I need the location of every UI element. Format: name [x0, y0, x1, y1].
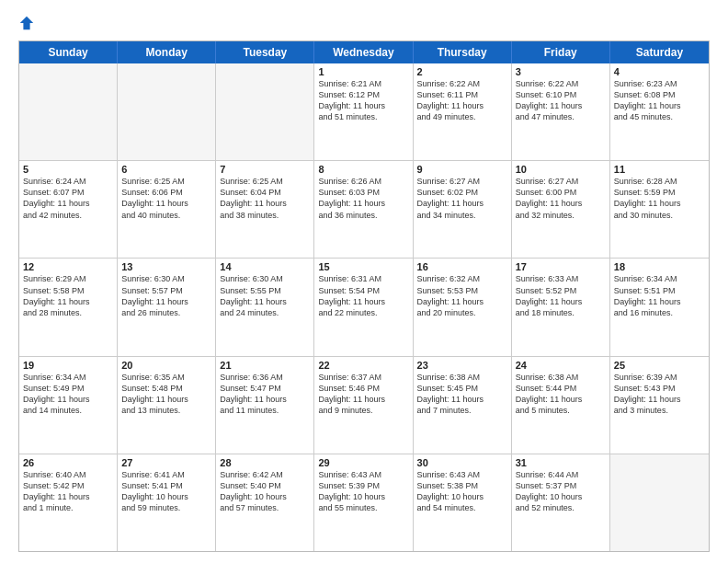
calendar-cell: 18Sunrise: 6:34 AM Sunset: 5:51 PM Dayli…	[610, 259, 709, 355]
cell-daylight-info: Sunrise: 6:43 AM Sunset: 5:39 PM Dayligh…	[318, 469, 408, 514]
day-number: 28	[220, 457, 310, 468]
calendar-cell: 7Sunrise: 6:25 AM Sunset: 6:04 PM Daylig…	[216, 161, 314, 258]
cell-daylight-info: Sunrise: 6:27 AM Sunset: 6:02 PM Dayligh…	[417, 176, 507, 221]
calendar-cell: 4Sunrise: 6:23 AM Sunset: 6:08 PM Daylig…	[610, 63, 709, 160]
calendar-cell	[118, 63, 216, 160]
day-number: 23	[417, 360, 507, 371]
cell-daylight-info: Sunrise: 6:40 AM Sunset: 5:42 PM Dayligh…	[23, 469, 113, 514]
calendar-cell: 13Sunrise: 6:30 AM Sunset: 5:57 PM Dayli…	[118, 259, 216, 355]
cell-daylight-info: Sunrise: 6:22 AM Sunset: 6:11 PM Dayligh…	[417, 78, 507, 123]
header-day-sunday: Sunday	[19, 41, 118, 63]
calendar-cell: 15Sunrise: 6:31 AM Sunset: 5:54 PM Dayli…	[314, 259, 413, 355]
calendar-row-2: 12Sunrise: 6:29 AM Sunset: 5:58 PM Dayli…	[19, 258, 709, 355]
calendar-cell: 29Sunrise: 6:43 AM Sunset: 5:39 PM Dayli…	[314, 454, 413, 551]
day-number: 29	[318, 457, 408, 468]
header-day-friday: Friday	[512, 41, 610, 63]
calendar-cell: 5Sunrise: 6:24 AM Sunset: 6:07 PM Daylig…	[19, 161, 118, 258]
calendar: SundayMondayTuesdayWednesdayThursdayFrid…	[18, 40, 710, 552]
cell-daylight-info: Sunrise: 6:36 AM Sunset: 5:47 PM Dayligh…	[220, 372, 310, 417]
day-number: 21	[220, 360, 310, 371]
calendar-cell: 31Sunrise: 6:44 AM Sunset: 5:37 PM Dayli…	[512, 454, 610, 551]
calendar-cell: 11Sunrise: 6:28 AM Sunset: 5:59 PM Dayli…	[610, 161, 709, 258]
calendar-cell: 24Sunrise: 6:38 AM Sunset: 5:44 PM Dayli…	[512, 357, 610, 454]
calendar-cell: 9Sunrise: 6:27 AM Sunset: 6:02 PM Daylig…	[414, 161, 512, 258]
cell-daylight-info: Sunrise: 6:27 AM Sunset: 6:00 PM Dayligh…	[516, 176, 606, 221]
cell-daylight-info: Sunrise: 6:34 AM Sunset: 5:49 PM Dayligh…	[23, 372, 113, 417]
cell-daylight-info: Sunrise: 6:42 AM Sunset: 5:40 PM Dayligh…	[220, 469, 310, 514]
cell-daylight-info: Sunrise: 6:29 AM Sunset: 5:58 PM Dayligh…	[23, 273, 113, 318]
calendar-row-4: 26Sunrise: 6:40 AM Sunset: 5:42 PM Dayli…	[19, 454, 709, 551]
cell-daylight-info: Sunrise: 6:43 AM Sunset: 5:38 PM Dayligh…	[417, 469, 507, 514]
day-number: 15	[318, 261, 408, 272]
calendar-row-3: 19Sunrise: 6:34 AM Sunset: 5:49 PM Dayli…	[19, 356, 709, 454]
day-number: 6	[121, 164, 211, 175]
calendar-header: SundayMondayTuesdayWednesdayThursdayFrid…	[19, 41, 709, 63]
calendar-body: 1Sunrise: 6:21 AM Sunset: 6:12 PM Daylig…	[19, 63, 709, 551]
cell-daylight-info: Sunrise: 6:23 AM Sunset: 6:08 PM Dayligh…	[614, 78, 705, 123]
cell-daylight-info: Sunrise: 6:33 AM Sunset: 5:52 PM Dayligh…	[516, 273, 606, 318]
cell-daylight-info: Sunrise: 6:34 AM Sunset: 5:51 PM Dayligh…	[614, 273, 705, 318]
day-number: 27	[121, 457, 211, 468]
cell-daylight-info: Sunrise: 6:32 AM Sunset: 5:53 PM Dayligh…	[417, 273, 507, 318]
cell-daylight-info: Sunrise: 6:38 AM Sunset: 5:45 PM Dayligh…	[417, 372, 507, 417]
header-day-thursday: Thursday	[414, 41, 512, 63]
calendar-cell: 28Sunrise: 6:42 AM Sunset: 5:40 PM Dayli…	[216, 454, 314, 551]
calendar-cell: 1Sunrise: 6:21 AM Sunset: 6:12 PM Daylig…	[314, 63, 413, 160]
calendar-cell: 6Sunrise: 6:25 AM Sunset: 6:06 PM Daylig…	[118, 161, 216, 258]
calendar-cell: 22Sunrise: 6:37 AM Sunset: 5:46 PM Dayli…	[314, 357, 413, 454]
cell-daylight-info: Sunrise: 6:28 AM Sunset: 5:59 PM Dayligh…	[614, 176, 705, 221]
day-number: 18	[614, 261, 705, 272]
calendar-cell	[610, 454, 709, 551]
page: SundayMondayTuesdayWednesdayThursdayFrid…	[0, 0, 728, 563]
day-number: 8	[318, 164, 408, 175]
day-number: 24	[516, 360, 606, 371]
day-number: 1	[318, 66, 408, 77]
cell-daylight-info: Sunrise: 6:21 AM Sunset: 6:12 PM Dayligh…	[318, 78, 408, 123]
calendar-cell: 2Sunrise: 6:22 AM Sunset: 6:11 PM Daylig…	[414, 63, 512, 160]
day-number: 31	[516, 457, 606, 468]
day-number: 4	[614, 66, 705, 77]
calendar-cell: 30Sunrise: 6:43 AM Sunset: 5:38 PM Dayli…	[414, 454, 512, 551]
cell-daylight-info: Sunrise: 6:37 AM Sunset: 5:46 PM Dayligh…	[318, 372, 408, 417]
day-number: 14	[220, 261, 310, 272]
day-number: 30	[417, 457, 507, 468]
day-number: 17	[516, 261, 606, 272]
header-day-wednesday: Wednesday	[314, 41, 413, 63]
day-number: 19	[23, 360, 113, 371]
cell-daylight-info: Sunrise: 6:39 AM Sunset: 5:43 PM Dayligh…	[614, 372, 705, 417]
calendar-cell: 8Sunrise: 6:26 AM Sunset: 6:03 PM Daylig…	[314, 161, 413, 258]
cell-daylight-info: Sunrise: 6:24 AM Sunset: 6:07 PM Dayligh…	[23, 176, 113, 221]
logo-icon	[18, 15, 35, 31]
day-number: 3	[516, 66, 606, 77]
header-day-tuesday: Tuesday	[216, 41, 314, 63]
day-number: 2	[417, 66, 507, 77]
calendar-cell: 10Sunrise: 6:27 AM Sunset: 6:00 PM Dayli…	[512, 161, 610, 258]
cell-daylight-info: Sunrise: 6:41 AM Sunset: 5:41 PM Dayligh…	[121, 469, 211, 514]
day-number: 12	[23, 261, 113, 272]
day-number: 10	[516, 164, 606, 175]
calendar-cell: 16Sunrise: 6:32 AM Sunset: 5:53 PM Dayli…	[414, 259, 512, 355]
calendar-row-0: 1Sunrise: 6:21 AM Sunset: 6:12 PM Daylig…	[19, 63, 709, 160]
cell-daylight-info: Sunrise: 6:30 AM Sunset: 5:57 PM Dayligh…	[121, 273, 211, 318]
day-number: 13	[121, 261, 211, 272]
logo	[18, 15, 39, 31]
cell-daylight-info: Sunrise: 6:25 AM Sunset: 6:04 PM Dayligh…	[220, 176, 310, 221]
day-number: 7	[220, 164, 310, 175]
header-day-monday: Monday	[118, 41, 216, 63]
calendar-cell: 21Sunrise: 6:36 AM Sunset: 5:47 PM Dayli…	[216, 357, 314, 454]
calendar-cell: 3Sunrise: 6:22 AM Sunset: 6:10 PM Daylig…	[512, 63, 610, 160]
calendar-row-1: 5Sunrise: 6:24 AM Sunset: 6:07 PM Daylig…	[19, 160, 709, 258]
day-number: 22	[318, 360, 408, 371]
calendar-cell: 27Sunrise: 6:41 AM Sunset: 5:41 PM Dayli…	[118, 454, 216, 551]
day-number: 5	[23, 164, 113, 175]
cell-daylight-info: Sunrise: 6:30 AM Sunset: 5:55 PM Dayligh…	[220, 273, 310, 318]
cell-daylight-info: Sunrise: 6:44 AM Sunset: 5:37 PM Dayligh…	[516, 469, 606, 514]
cell-daylight-info: Sunrise: 6:35 AM Sunset: 5:48 PM Dayligh…	[121, 372, 211, 417]
cell-daylight-info: Sunrise: 6:22 AM Sunset: 6:10 PM Dayligh…	[516, 78, 606, 123]
calendar-cell: 12Sunrise: 6:29 AM Sunset: 5:58 PM Dayli…	[19, 259, 118, 355]
header-day-saturday: Saturday	[610, 41, 709, 63]
calendar-cell: 25Sunrise: 6:39 AM Sunset: 5:43 PM Dayli…	[610, 357, 709, 454]
day-number: 16	[417, 261, 507, 272]
cell-daylight-info: Sunrise: 6:26 AM Sunset: 6:03 PM Dayligh…	[318, 176, 408, 221]
day-number: 20	[121, 360, 211, 371]
